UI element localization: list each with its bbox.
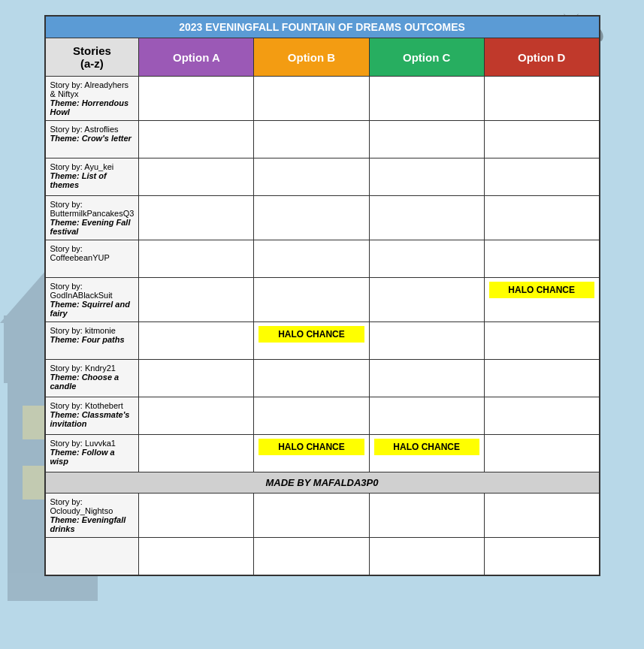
option-c-cell	[369, 196, 484, 240]
title-row: 2023 EVENINGFALL FOUNTAIN OF DREAMS OUTC…	[45, 16, 600, 38]
madeby-row: MADE BY MAFALDA3P0	[45, 472, 600, 494]
theme-label: Theme: Eveningfall drinks	[50, 515, 126, 533]
author-label: Story by: CoffeebeanYUP	[50, 244, 110, 262]
outcomes-table: 2023 EVENINGFALL FOUNTAIN OF DREAMS OUTC…	[44, 15, 600, 576]
option-c-cell	[369, 494, 484, 538]
table-row: Story by: AstrofliesTheme: Crow's letter	[45, 121, 600, 158]
theme-label: Theme: Horrendous Howl	[50, 98, 129, 116]
option-c-cell: HALO CHANCE	[369, 435, 484, 472]
option-d-cell	[484, 77, 599, 121]
theme-label: Theme: Evening Fall festival	[50, 218, 131, 236]
author-label: Story by: Alreadyhers & Niftyx	[50, 80, 129, 98]
option-a-cell	[139, 538, 254, 575]
table-row: Story by: Ayu_keiTheme: List of themes	[45, 158, 600, 196]
theme-label: Theme: Follow a wisp	[50, 448, 115, 466]
option-a-cell	[139, 77, 254, 121]
table-row: Story by: Ocloudy_NightsoTheme: Eveningf…	[45, 494, 600, 538]
option-a-cell	[139, 494, 254, 538]
option-c-cell	[369, 77, 484, 121]
theme-label: Theme: Choose a candle	[50, 373, 119, 391]
author-label: Story by: GodInABlackSuit	[50, 282, 113, 300]
author-label: Story by: Ktothebert	[50, 401, 123, 410]
option-b-cell	[254, 158, 369, 196]
theme-label: Theme: Classmate's invitation	[50, 410, 130, 428]
halo-chance-badge: HALO CHANCE	[259, 439, 364, 455]
halo-chance-badge: HALO CHANCE	[374, 439, 479, 455]
option-d-cell	[484, 494, 599, 538]
option-a-cell	[139, 121, 254, 158]
story-cell: Story by: AstrofliesTheme: Crow's letter	[45, 121, 139, 158]
option-d-cell	[484, 397, 599, 435]
option-d-cell	[484, 158, 599, 196]
option-c-cell	[369, 538, 484, 575]
story-cell: Story by: Alreadyhers & NiftyxTheme: Hor…	[45, 77, 139, 121]
story-cell	[45, 538, 139, 575]
option-c-cell	[369, 240, 484, 278]
col-header-b: Option B	[254, 38, 369, 77]
story-cell: Story by: KtothebertTheme: Classmate's i…	[45, 397, 139, 435]
story-cell: Story by: CoffeebeanYUP	[45, 240, 139, 278]
table-row: Story by: Alreadyhers & NiftyxTheme: Hor…	[45, 77, 600, 121]
option-d-cell	[484, 322, 599, 360]
option-a-cell	[139, 397, 254, 435]
author-label: Story by: Astroflies	[50, 125, 119, 134]
story-cell: Story by: GodInABlackSuitTheme: Squirrel…	[45, 278, 139, 322]
author-label: Story by: kitmonie	[50, 326, 116, 335]
option-c-cell	[369, 121, 484, 158]
option-c-cell	[369, 158, 484, 196]
table-row	[45, 538, 600, 575]
main-table-wrapper: 2023 EVENINGFALL FOUNTAIN OF DREAMS OUTC…	[44, 15, 600, 576]
author-label: Story by: Kndry21	[50, 364, 116, 373]
option-a-cell	[139, 278, 254, 322]
option-b-cell	[254, 494, 369, 538]
table-row: Story by: GodInABlackSuitTheme: Squirrel…	[45, 278, 600, 322]
table-row: Story by: kitmonieTheme: Four pathsHALO …	[45, 322, 600, 360]
story-cell: Story by: Ayu_keiTheme: List of themes	[45, 158, 139, 196]
option-d-cell	[484, 435, 599, 472]
option-d-cell: HALO CHANCE	[484, 278, 599, 322]
table-row: Story by: ButtermilkPancakesQ3Theme: Eve…	[45, 196, 600, 240]
story-cell: Story by: ButtermilkPancakesQ3Theme: Eve…	[45, 196, 139, 240]
option-b-cell	[254, 77, 369, 121]
option-a-cell	[139, 360, 254, 397]
story-cell: Story by: Ocloudy_NightsoTheme: Eveningf…	[45, 494, 139, 538]
author-label: Story by: ButtermilkPancakesQ3	[50, 200, 135, 218]
option-a-cell	[139, 322, 254, 360]
author-label: Story by: Ocloudy_Nightso	[50, 497, 113, 515]
story-cell: Story by: kitmonieTheme: Four paths	[45, 322, 139, 360]
option-b-cell	[254, 360, 369, 397]
theme-label: Theme: Squirrel and fairy	[50, 300, 130, 318]
option-c-cell	[369, 397, 484, 435]
col-header-d: Option D	[484, 38, 599, 77]
option-b-cell	[254, 278, 369, 322]
table-row: Story by: KtothebertTheme: Classmate's i…	[45, 397, 600, 435]
author-label: Story by: Luvvka1	[50, 439, 116, 448]
table-row: Story by: Luvvka1Theme: Follow a wispHAL…	[45, 435, 600, 472]
option-d-cell	[484, 240, 599, 278]
option-c-cell	[369, 322, 484, 360]
option-a-cell	[139, 158, 254, 196]
option-c-cell	[369, 278, 484, 322]
option-d-cell	[484, 538, 599, 575]
option-d-cell	[484, 121, 599, 158]
theme-label: Theme: Crow's letter	[50, 134, 132, 143]
madeby-label: MADE BY MAFALDA3P0	[45, 472, 600, 494]
option-b-cell: HALO CHANCE	[254, 435, 369, 472]
option-b-cell: HALO CHANCE	[254, 322, 369, 360]
option-a-cell	[139, 196, 254, 240]
option-c-cell	[369, 360, 484, 397]
option-b-cell	[254, 121, 369, 158]
option-d-cell	[484, 360, 599, 397]
theme-label: Theme: List of themes	[50, 171, 107, 189]
option-b-cell	[254, 538, 369, 575]
option-a-cell	[139, 240, 254, 278]
halo-chance-badge: HALO CHANCE	[259, 326, 364, 343]
author-label: Story by: Ayu_kei	[50, 162, 114, 171]
option-a-cell	[139, 435, 254, 472]
option-b-cell	[254, 397, 369, 435]
table-title: 2023 EVENINGFALL FOUNTAIN OF DREAMS OUTC…	[45, 16, 600, 38]
col-header-stories: Stories(a-z)	[45, 38, 139, 77]
option-b-cell	[254, 240, 369, 278]
halo-chance-badge: HALO CHANCE	[489, 282, 594, 298]
header-row: Stories(a-z) Option A Option B Option C …	[45, 38, 600, 77]
